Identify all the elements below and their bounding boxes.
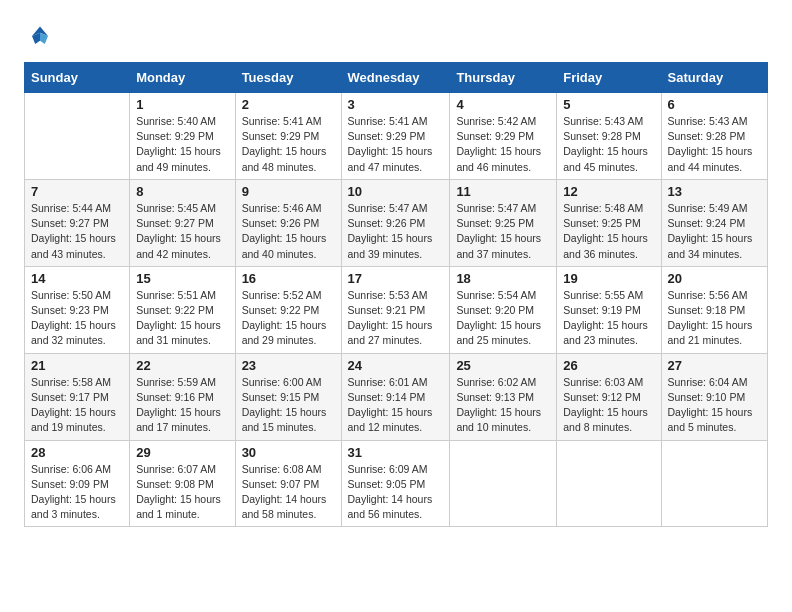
svg-marker-1 <box>40 33 48 44</box>
day-number: 21 <box>31 358 123 373</box>
day-number: 27 <box>668 358 762 373</box>
day-number: 22 <box>136 358 228 373</box>
day-number: 24 <box>348 358 444 373</box>
weekday-header-row: SundayMondayTuesdayWednesdayThursdayFrid… <box>25 63 768 93</box>
day-number: 29 <box>136 445 228 460</box>
calendar-cell: 7Sunrise: 5:44 AMSunset: 9:27 PMDaylight… <box>25 179 130 266</box>
calendar-cell: 10Sunrise: 5:47 AMSunset: 9:26 PMDayligh… <box>341 179 450 266</box>
calendar-cell: 26Sunrise: 6:03 AMSunset: 9:12 PMDayligh… <box>557 353 661 440</box>
day-info: Sunrise: 6:01 AMSunset: 9:14 PMDaylight:… <box>348 375 444 436</box>
calendar-cell: 22Sunrise: 5:59 AMSunset: 9:16 PMDayligh… <box>130 353 235 440</box>
day-number: 9 <box>242 184 335 199</box>
day-number: 23 <box>242 358 335 373</box>
calendar-cell: 15Sunrise: 5:51 AMSunset: 9:22 PMDayligh… <box>130 266 235 353</box>
calendar-cell: 13Sunrise: 5:49 AMSunset: 9:24 PMDayligh… <box>661 179 768 266</box>
weekday-header-thursday: Thursday <box>450 63 557 93</box>
day-info: Sunrise: 5:59 AMSunset: 9:16 PMDaylight:… <box>136 375 228 436</box>
day-number: 2 <box>242 97 335 112</box>
day-info: Sunrise: 6:07 AMSunset: 9:08 PMDaylight:… <box>136 462 228 523</box>
weekday-header-friday: Friday <box>557 63 661 93</box>
day-info: Sunrise: 5:54 AMSunset: 9:20 PMDaylight:… <box>456 288 550 349</box>
calendar-cell: 30Sunrise: 6:08 AMSunset: 9:07 PMDayligh… <box>235 440 341 527</box>
day-number: 30 <box>242 445 335 460</box>
day-number: 31 <box>348 445 444 460</box>
day-info: Sunrise: 5:50 AMSunset: 9:23 PMDaylight:… <box>31 288 123 349</box>
calendar-cell: 21Sunrise: 5:58 AMSunset: 9:17 PMDayligh… <box>25 353 130 440</box>
day-number: 8 <box>136 184 228 199</box>
weekday-header-saturday: Saturday <box>661 63 768 93</box>
day-info: Sunrise: 5:49 AMSunset: 9:24 PMDaylight:… <box>668 201 762 262</box>
calendar-cell: 31Sunrise: 6:09 AMSunset: 9:05 PMDayligh… <box>341 440 450 527</box>
calendar-cell: 14Sunrise: 5:50 AMSunset: 9:23 PMDayligh… <box>25 266 130 353</box>
day-number: 17 <box>348 271 444 286</box>
calendar-cell: 3Sunrise: 5:41 AMSunset: 9:29 PMDaylight… <box>341 93 450 180</box>
calendar-cell: 29Sunrise: 6:07 AMSunset: 9:08 PMDayligh… <box>130 440 235 527</box>
day-info: Sunrise: 5:51 AMSunset: 9:22 PMDaylight:… <box>136 288 228 349</box>
calendar-cell <box>557 440 661 527</box>
day-number: 15 <box>136 271 228 286</box>
day-number: 13 <box>668 184 762 199</box>
day-info: Sunrise: 6:06 AMSunset: 9:09 PMDaylight:… <box>31 462 123 523</box>
day-info: Sunrise: 5:42 AMSunset: 9:29 PMDaylight:… <box>456 114 550 175</box>
day-info: Sunrise: 6:09 AMSunset: 9:05 PMDaylight:… <box>348 462 444 523</box>
day-info: Sunrise: 5:46 AMSunset: 9:26 PMDaylight:… <box>242 201 335 262</box>
day-number: 3 <box>348 97 444 112</box>
day-number: 14 <box>31 271 123 286</box>
calendar-cell: 25Sunrise: 6:02 AMSunset: 9:13 PMDayligh… <box>450 353 557 440</box>
day-info: Sunrise: 6:04 AMSunset: 9:10 PMDaylight:… <box>668 375 762 436</box>
day-info: Sunrise: 5:44 AMSunset: 9:27 PMDaylight:… <box>31 201 123 262</box>
calendar-cell: 8Sunrise: 5:45 AMSunset: 9:27 PMDaylight… <box>130 179 235 266</box>
calendar-cell: 19Sunrise: 5:55 AMSunset: 9:19 PMDayligh… <box>557 266 661 353</box>
calendar-cell: 1Sunrise: 5:40 AMSunset: 9:29 PMDaylight… <box>130 93 235 180</box>
day-number: 25 <box>456 358 550 373</box>
calendar-cell: 4Sunrise: 5:42 AMSunset: 9:29 PMDaylight… <box>450 93 557 180</box>
weekday-header-tuesday: Tuesday <box>235 63 341 93</box>
calendar-page: SundayMondayTuesdayWednesdayThursdayFrid… <box>0 0 792 547</box>
day-number: 4 <box>456 97 550 112</box>
day-info: Sunrise: 5:56 AMSunset: 9:18 PMDaylight:… <box>668 288 762 349</box>
calendar-cell: 17Sunrise: 5:53 AMSunset: 9:21 PMDayligh… <box>341 266 450 353</box>
logo-icon <box>24 20 56 52</box>
calendar-cell: 12Sunrise: 5:48 AMSunset: 9:25 PMDayligh… <box>557 179 661 266</box>
calendar-cell: 2Sunrise: 5:41 AMSunset: 9:29 PMDaylight… <box>235 93 341 180</box>
day-number: 19 <box>563 271 654 286</box>
day-number: 10 <box>348 184 444 199</box>
week-row-5: 28Sunrise: 6:06 AMSunset: 9:09 PMDayligh… <box>25 440 768 527</box>
calendar-cell: 28Sunrise: 6:06 AMSunset: 9:09 PMDayligh… <box>25 440 130 527</box>
calendar-cell: 9Sunrise: 5:46 AMSunset: 9:26 PMDaylight… <box>235 179 341 266</box>
calendar-cell: 5Sunrise: 5:43 AMSunset: 9:28 PMDaylight… <box>557 93 661 180</box>
weekday-header-wednesday: Wednesday <box>341 63 450 93</box>
day-info: Sunrise: 5:45 AMSunset: 9:27 PMDaylight:… <box>136 201 228 262</box>
week-row-2: 7Sunrise: 5:44 AMSunset: 9:27 PMDaylight… <box>25 179 768 266</box>
day-number: 26 <box>563 358 654 373</box>
day-number: 20 <box>668 271 762 286</box>
calendar-cell: 16Sunrise: 5:52 AMSunset: 9:22 PMDayligh… <box>235 266 341 353</box>
calendar-cell <box>661 440 768 527</box>
day-info: Sunrise: 5:55 AMSunset: 9:19 PMDaylight:… <box>563 288 654 349</box>
day-number: 6 <box>668 97 762 112</box>
svg-marker-2 <box>32 33 40 44</box>
day-info: Sunrise: 6:08 AMSunset: 9:07 PMDaylight:… <box>242 462 335 523</box>
day-info: Sunrise: 5:48 AMSunset: 9:25 PMDaylight:… <box>563 201 654 262</box>
day-info: Sunrise: 5:47 AMSunset: 9:25 PMDaylight:… <box>456 201 550 262</box>
day-info: Sunrise: 5:52 AMSunset: 9:22 PMDaylight:… <box>242 288 335 349</box>
weekday-header-monday: Monday <box>130 63 235 93</box>
day-info: Sunrise: 5:47 AMSunset: 9:26 PMDaylight:… <box>348 201 444 262</box>
calendar-cell: 24Sunrise: 6:01 AMSunset: 9:14 PMDayligh… <box>341 353 450 440</box>
day-info: Sunrise: 5:40 AMSunset: 9:29 PMDaylight:… <box>136 114 228 175</box>
day-info: Sunrise: 5:43 AMSunset: 9:28 PMDaylight:… <box>668 114 762 175</box>
calendar-table: SundayMondayTuesdayWednesdayThursdayFrid… <box>24 62 768 527</box>
calendar-cell: 6Sunrise: 5:43 AMSunset: 9:28 PMDaylight… <box>661 93 768 180</box>
day-info: Sunrise: 5:41 AMSunset: 9:29 PMDaylight:… <box>348 114 444 175</box>
calendar-cell: 27Sunrise: 6:04 AMSunset: 9:10 PMDayligh… <box>661 353 768 440</box>
week-row-4: 21Sunrise: 5:58 AMSunset: 9:17 PMDayligh… <box>25 353 768 440</box>
day-number: 18 <box>456 271 550 286</box>
day-number: 1 <box>136 97 228 112</box>
day-info: Sunrise: 5:58 AMSunset: 9:17 PMDaylight:… <box>31 375 123 436</box>
day-info: Sunrise: 5:41 AMSunset: 9:29 PMDaylight:… <box>242 114 335 175</box>
day-number: 28 <box>31 445 123 460</box>
day-info: Sunrise: 6:00 AMSunset: 9:15 PMDaylight:… <box>242 375 335 436</box>
day-number: 5 <box>563 97 654 112</box>
day-info: Sunrise: 6:02 AMSunset: 9:13 PMDaylight:… <box>456 375 550 436</box>
week-row-1: 1Sunrise: 5:40 AMSunset: 9:29 PMDaylight… <box>25 93 768 180</box>
